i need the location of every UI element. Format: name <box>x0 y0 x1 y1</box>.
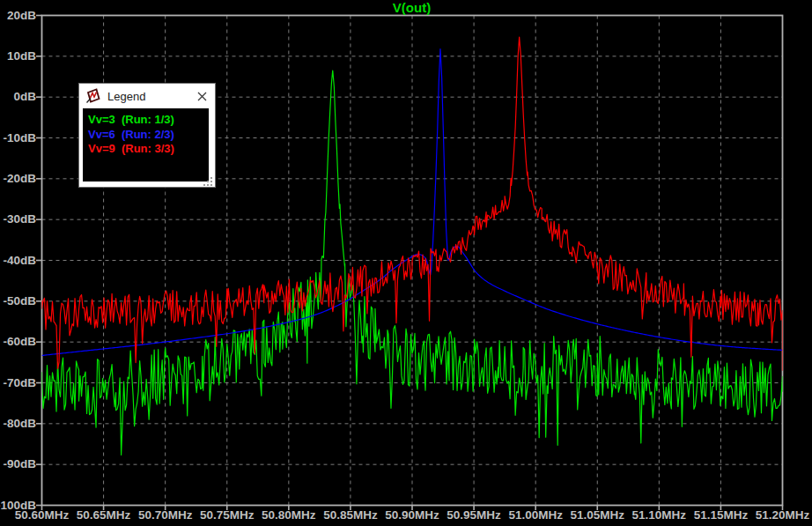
resize-grip-icon[interactable] <box>203 177 213 186</box>
plot-area[interactable] <box>0 0 812 526</box>
legend-entry: Vv=6 (Run: 2/3) <box>83 128 209 143</box>
y-tick-label: -60dB <box>0 336 36 347</box>
y-tick-label: -30dB <box>0 213 36 225</box>
y-tick-label: -50dB <box>0 295 36 307</box>
legend-entry: Vv=3 (Run: 1/3) <box>83 113 209 128</box>
legend-window-title: Legend <box>107 90 188 103</box>
y-tick-label: -70dB <box>0 377 36 389</box>
y-tick-label: -90dB <box>0 458 36 470</box>
y-tick-label: 20dB <box>0 10 36 21</box>
waveform-viewer: V(out) 20dB10dB0dB-10dB-20dB-30dB-40dB-5… <box>0 0 812 526</box>
plot-title: V(out) <box>41 0 782 15</box>
x-tick-label: 51.20MHz <box>746 509 812 522</box>
close-icon[interactable] <box>188 84 215 108</box>
y-tick-label: -80dB <box>0 418 36 429</box>
y-tick-label: -40dB <box>0 255 36 266</box>
legend-window: Legend Vv=3 (Run: 1/3)Vv=6 (Run: 2/3)Vv=… <box>78 83 216 188</box>
y-tick-label: 0dB <box>0 91 36 102</box>
y-tick-label: 10dB <box>0 50 36 62</box>
ltspice-logo-icon <box>85 88 101 104</box>
y-tick-label: -10dB <box>0 132 36 144</box>
legend-entries: Vv=3 (Run: 1/3)Vv=6 (Run: 2/3)Vv=9 (Run:… <box>83 108 209 182</box>
legend-titlebar[interactable]: Legend <box>79 84 215 108</box>
legend-entry: Vv=9 (Run: 3/3) <box>83 142 209 157</box>
y-tick-label: -20dB <box>0 173 36 184</box>
